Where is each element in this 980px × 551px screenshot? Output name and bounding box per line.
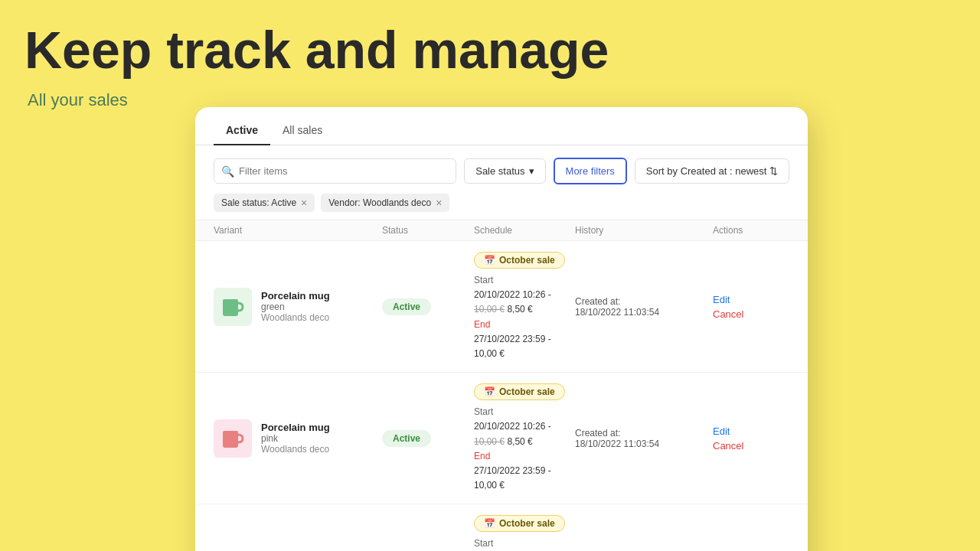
header-actions: Actions <box>713 225 789 236</box>
header-schedule: Schedule <box>474 225 575 236</box>
sale-tag-0: 📅 October sale <box>474 252 565 269</box>
sort-label: Sort by Created at : newest <box>646 165 767 177</box>
start-label-1: Start <box>474 406 493 417</box>
remove-vendor-filter[interactable]: × <box>436 197 442 209</box>
status-badge-1: Active <box>382 430 431 447</box>
svg-rect-3 <box>223 431 238 435</box>
end-label-0: End <box>474 319 490 330</box>
sort-chevron-icon: ⇅ <box>769 165 778 177</box>
search-icon: 🔍 <box>221 165 234 178</box>
product-info-0: Porcelain mug green Woodlands deco <box>261 290 330 323</box>
product-vendor-0: Woodlands deco <box>261 312 330 323</box>
schedule-detail-2: Start 20/10/2022 10:26 - 10,00 € 8,50 € … <box>474 536 575 551</box>
start-date-0: 20/10/2022 10:26 - 10,00 € 8,50 € <box>474 289 551 315</box>
history-label-0: Created at: <box>575 296 620 307</box>
product-thumbnail-1 <box>214 419 252 458</box>
sort-button[interactable]: Sort by Created at : newest ⇅ <box>635 158 789 184</box>
header-status: Status <box>382 225 474 236</box>
edit-button-1[interactable]: Edit <box>713 425 789 437</box>
calendar-icon-0: 📅 <box>484 255 495 266</box>
history-label-1: Created at: <box>575 428 620 439</box>
filter-tag-sale-status-text: Sale status: Active <box>221 197 296 208</box>
table-body: Porcelain mug green Woodlands deco Activ… <box>195 241 808 551</box>
table-row: Porcelain mug pink Woodlands deco Active… <box>195 373 808 504</box>
table-row: Porcelain mug white Woodlands deco Activ… <box>195 504 808 551</box>
table-header: Variant Status Schedule History Actions <box>195 220 808 241</box>
cancel-button-0[interactable]: Cancel <box>713 308 789 320</box>
status-badge-0: Active <box>382 298 431 315</box>
sale-tag-1: 📅 October sale <box>474 383 565 400</box>
sale-tag-2: 📅 October sale <box>474 515 565 532</box>
product-vendor-1: Woodlands deco <box>261 444 330 455</box>
schedule-cell-0: 📅 October sale Start 20/10/2022 10:26 - … <box>474 252 575 361</box>
end-date-1: 27/10/2022 23:59 - 10,00 € <box>474 465 551 491</box>
schedule-cell-1: 📅 October sale Start 20/10/2022 10:26 - … <box>474 383 575 493</box>
end-label-1: End <box>474 451 490 461</box>
search-input[interactable] <box>214 158 456 184</box>
header-history: History <box>575 225 713 236</box>
edit-button-0[interactable]: Edit <box>713 294 789 305</box>
calendar-icon-2: 📅 <box>484 518 495 529</box>
more-filters-button[interactable]: More filters <box>554 158 627 184</box>
sale-status-filter-button[interactable]: Sale status ▾ <box>464 158 545 184</box>
end-date-0: 27/10/2022 23:59 - 10,00 € <box>474 334 551 359</box>
search-wrap: 🔍 <box>214 158 456 184</box>
tabs-bar: Active All sales <box>195 107 808 145</box>
product-thumbnail-0 <box>214 288 252 326</box>
chevron-down-icon: ▾ <box>529 165 534 177</box>
filter-tag-vendor: Vendor: Woodlands deco × <box>321 194 449 212</box>
schedule-detail-0: Start 20/10/2022 10:26 - 10,00 € 8,50 € … <box>474 273 575 361</box>
schedule-detail-1: Start 20/10/2022 10:26 - 10,00 € 8,50 € … <box>474 405 575 493</box>
schedule-cell-2: 📅 October sale Start 20/10/2022 10:26 - … <box>474 515 575 551</box>
tab-all-sales[interactable]: All sales <box>270 116 335 145</box>
status-cell-0: Active <box>382 298 474 315</box>
product-name-1: Porcelain mug <box>261 422 330 433</box>
sale-name-0: October sale <box>499 255 555 266</box>
active-filters: Sale status: Active × Vendor: Woodlands … <box>195 191 808 220</box>
product-cell-0: Porcelain mug green Woodlands deco <box>214 288 382 326</box>
product-color-1: pink <box>261 433 330 444</box>
calendar-icon-1: 📅 <box>484 386 495 397</box>
product-cell-1: Porcelain mug pink Woodlands deco <box>214 419 382 458</box>
toolbar: 🔍 Sale status ▾ More filters Sort by Cre… <box>195 145 808 191</box>
product-color-0: green <box>261 302 330 312</box>
history-cell-1: Created at: 18/10/2022 11:03:54 <box>575 428 713 449</box>
svg-rect-1 <box>223 299 238 303</box>
history-cell-0: Created at: 18/10/2022 11:03:54 <box>575 296 713 318</box>
filter-tag-sale-status: Sale status: Active × <box>214 194 315 212</box>
actions-cell-0: Edit Cancel <box>713 294 789 320</box>
history-date-0: 18/10/2022 11:03:54 <box>575 307 659 318</box>
sale-name-1: October sale <box>499 386 555 397</box>
hero-subtitle: All your sales <box>28 90 128 110</box>
tab-active[interactable]: Active <box>214 116 270 145</box>
filter-tag-vendor-text: Vendor: Woodlands deco <box>328 197 431 208</box>
sale-name-2: October sale <box>499 518 555 529</box>
history-date-1: 18/10/2022 11:03:54 <box>575 439 659 449</box>
product-info-1: Porcelain mug pink Woodlands deco <box>261 422 330 455</box>
more-filters-label: More filters <box>566 165 615 177</box>
remove-sale-status-filter[interactable]: × <box>301 197 307 209</box>
main-card: Active All sales 🔍 Sale status ▾ More fi… <box>195 107 808 551</box>
table-row: Porcelain mug green Woodlands deco Activ… <box>195 241 808 373</box>
product-name-0: Porcelain mug <box>261 290 330 302</box>
actions-cell-1: Edit Cancel <box>713 425 789 452</box>
header-variant: Variant <box>214 225 382 236</box>
start-label-0: Start <box>474 275 493 285</box>
start-label-2: Start <box>474 538 493 549</box>
status-cell-1: Active <box>382 430 474 447</box>
hero-title: Keep track and manage <box>24 21 609 79</box>
start-date-1: 20/10/2022 10:26 - 10,00 € 8,50 € <box>474 421 551 446</box>
cancel-button-1[interactable]: Cancel <box>713 440 789 452</box>
sale-status-label: Sale status <box>475 165 524 177</box>
